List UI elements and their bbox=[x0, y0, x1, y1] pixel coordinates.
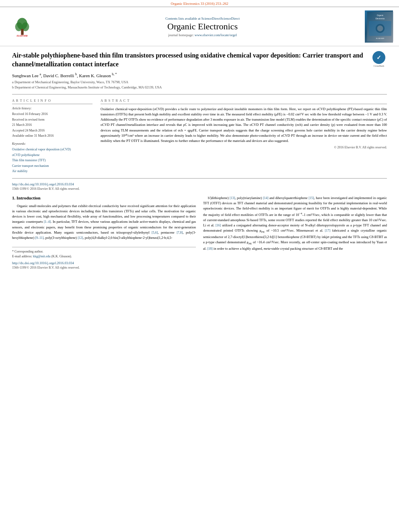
copyright-line: © 2016 Elsevier B.V. All rights reserved… bbox=[101, 146, 387, 149]
journal-cover-image: Organic Electronics ELSEVIER bbox=[365, 10, 393, 43]
section1-right-body: b']dithiophene) [13], poly(triarylamine)… bbox=[203, 195, 387, 251]
body-left-col: 1. Introduction Organic small-molecules … bbox=[12, 195, 196, 269]
affiliation-b: b Department of Chemical Engineering, Ma… bbox=[12, 85, 387, 90]
article-history: Article history: Received 16 February 20… bbox=[12, 107, 93, 139]
issn-line: 1566-1199/© 2016 Elsevier B.V. All right… bbox=[12, 187, 387, 191]
ref-7-8[interactable]: [7,8] bbox=[177, 231, 183, 234]
ref-15[interactable]: [15] bbox=[309, 196, 314, 200]
keyword-1: Oxidative chemical vapor deposition (oCV… bbox=[12, 147, 93, 152]
section1-header: 1. Introduction bbox=[12, 195, 196, 200]
doi-section: http://dx.doi.org/10.1016/j.orgel.2016.0… bbox=[12, 178, 387, 191]
svg-text:Organic: Organic bbox=[377, 14, 384, 16]
crossmark-icon: ✓ bbox=[372, 51, 385, 64]
journal-reference: Organic Electronics 33 (2016) 253–262 bbox=[171, 2, 228, 6]
ref-17[interactable]: [17] bbox=[325, 229, 330, 232]
keywords-label: Keywords: bbox=[12, 142, 93, 146]
journal-homepage-line: journal homepage: www.elsevier.com/locat… bbox=[44, 33, 361, 37]
keyword-5: Air stability bbox=[12, 168, 93, 174]
journal-header-center: Contents lists available at ScienceDirec… bbox=[44, 16, 361, 37]
section1-para1: Organic small-molecules and polymers tha… bbox=[12, 203, 196, 241]
footnote-corresponding-label: * Corresponding author. bbox=[12, 249, 196, 254]
body-right-col: b']dithiophene) [13], poly(triarylamine)… bbox=[203, 195, 387, 269]
journal-header: ELSEVIER Contents lists available at Sci… bbox=[0, 6, 399, 46]
doi-link[interactable]: http://dx.doi.org/10.1016/j.orgel.2016.0… bbox=[12, 182, 74, 186]
svg-text:ELSEVIER: ELSEVIER bbox=[376, 37, 384, 39]
section1-para2: b']dithiophene) [13], poly(triarylamine)… bbox=[203, 195, 387, 251]
ref-5-6[interactable]: [5,6] bbox=[152, 231, 158, 234]
ref-18[interactable]: [18] bbox=[207, 247, 212, 251]
ref-16[interactable]: [16] bbox=[216, 224, 221, 227]
footnote-email-link[interactable]: kkg@mit.edu bbox=[33, 255, 51, 258]
contents-available-line: Contents lists available at ScienceDirec… bbox=[44, 16, 361, 21]
abstract-text: Oxidative chemical-vapor-deposition (oCV… bbox=[101, 107, 387, 144]
svg-point-11 bbox=[377, 25, 383, 31]
article-info-header: A R T I C L E I N F O bbox=[12, 99, 93, 104]
footnote-section: * Corresponding author. E-mail address: … bbox=[12, 247, 196, 269]
authors-line: Sunghwan Lee a, David C. Borrelli b, Kar… bbox=[12, 72, 387, 78]
article-main: Air-stable polythiophene-based thin film… bbox=[0, 46, 399, 273]
history-label: Article history: bbox=[12, 107, 93, 110]
keywords-section: Keywords: Oxidative chemical vapor depos… bbox=[12, 142, 93, 174]
section1-number: 1. bbox=[12, 195, 15, 200]
svg-text:Electronics: Electronics bbox=[376, 18, 385, 20]
svg-text:ELSEVIER: ELSEVIER bbox=[16, 35, 27, 37]
article-title-section: Air-stable polythiophene-based thin film… bbox=[12, 51, 387, 69]
abstract-header: A B S T R A C T bbox=[101, 99, 387, 104]
elsevier-tree-icon: ELSEVIER bbox=[11, 16, 33, 38]
top-bar: Organic Electronics 33 (2016) 253–262 bbox=[0, 0, 399, 6]
ref-1-4[interactable]: [1–4] bbox=[44, 220, 51, 224]
revised-date: Received in revised form bbox=[12, 117, 93, 123]
doi-bottom-link[interactable]: http://dx.doi.org/10.1016/j.orgel.2016.0… bbox=[12, 261, 74, 265]
accepted-date: Accepted 24 March 2016 bbox=[12, 128, 93, 134]
ref-9-11[interactable]: [9–11] bbox=[35, 236, 43, 240]
journal-cover-right: Organic Electronics ELSEVIER bbox=[365, 10, 395, 43]
section1-title: Introduction bbox=[16, 195, 41, 200]
article-info-abstract: A R T I C L E I N F O Article history: R… bbox=[12, 94, 387, 174]
crossmark-badge[interactable]: ✓ CrossMark bbox=[371, 51, 387, 67]
body-two-col: 1. Introduction Organic small-molecules … bbox=[12, 195, 387, 269]
footnote-corresponding: * Corresponding author. E-mail address: … bbox=[12, 249, 196, 259]
revised-date-val: 21 March 2016 bbox=[12, 122, 93, 128]
ref-12[interactable]: [12] bbox=[78, 236, 83, 240]
issn-bottom: 1566-1199/© 2016 Elsevier B.V. All right… bbox=[12, 266, 196, 269]
article-info-col: A R T I C L E I N F O Article history: R… bbox=[12, 99, 93, 174]
elsevier-logo-left: ELSEVIER bbox=[4, 16, 40, 38]
keyword-4: Carrier transport mechanism bbox=[12, 163, 93, 169]
homepage-link[interactable]: www.elsevier.com/locate/orgel bbox=[195, 33, 237, 37]
keyword-3: Thin film transistor (TFT) bbox=[12, 158, 93, 163]
affiliation-a: a Department of Mechanical Engineering, … bbox=[12, 80, 387, 85]
section1-body: Organic small-molecules and polymers tha… bbox=[12, 203, 196, 241]
available-date: Available online 31 March 2016 bbox=[12, 133, 93, 139]
footnote-email: E-mail address: kkg@mit.edu (K.K. Gleaso… bbox=[12, 254, 196, 259]
ref-14[interactable]: [14] bbox=[263, 196, 268, 200]
svg-rect-4 bbox=[21, 29, 23, 35]
received-date: Received 16 February 2016 bbox=[12, 111, 93, 117]
abstract-col: A B S T R A C T Oxidative chemical-vapor… bbox=[101, 99, 387, 174]
doi-text-bottom: http://dx.doi.org/10.1016/j.orgel.2016.0… bbox=[12, 261, 196, 265]
article-title: Air-stable polythiophene-based thin film… bbox=[12, 51, 367, 69]
sciencedirect-link[interactable]: ScienceDirect bbox=[201, 16, 220, 21]
journal-title: Organic Electronics bbox=[44, 21, 361, 32]
affiliations: a Department of Mechanical Engineering, … bbox=[12, 80, 387, 90]
crossmark-label: CrossMark bbox=[374, 65, 385, 67]
keyword-2: oCVD polythiophene bbox=[12, 152, 93, 158]
ref-13[interactable]: [13] bbox=[230, 196, 235, 200]
